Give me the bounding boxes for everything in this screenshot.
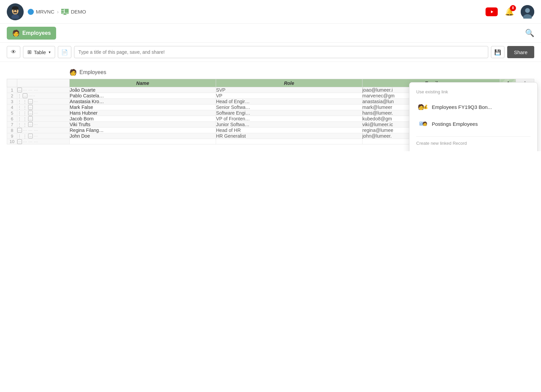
dots-icon: ··· ··· ···	[23, 128, 38, 132]
drag-icon2[interactable]: ⋮	[23, 99, 27, 104]
breadcrumb-separator: ›	[57, 9, 59, 15]
svg-point-20	[525, 8, 530, 13]
youtube-button[interactable]	[486, 7, 498, 16]
employee-name: João Duarte	[70, 87, 216, 93]
employee-name: Pablo Castela…	[70, 93, 216, 99]
collapse-icon[interactable]: —	[17, 128, 22, 133]
collapse-icon[interactable]: —	[28, 105, 33, 110]
employee-name	[70, 139, 216, 144]
notifications-button[interactable]: 🔔 8	[503, 6, 515, 18]
popup-item-candidates[interactable]: 📋 Candidates	[416, 150, 531, 151]
table-view-button[interactable]: ⊞ Table ▾	[23, 46, 55, 58]
svg-point-7	[16, 10, 17, 11]
row-number: 2	[7, 93, 17, 99]
mrvnc-dot	[28, 9, 34, 15]
drag-icon[interactable]: ⋮	[17, 99, 22, 104]
postings-employees-label: Postings Employees	[432, 121, 478, 127]
svg-rect-14	[65, 9, 68, 13]
employee-name: Regina Filang…	[70, 128, 216, 133]
eye-view-button[interactable]: 👁	[7, 46, 20, 58]
dots-icon: ·····	[28, 94, 35, 98]
dots-icon: ··· ··· ···	[23, 140, 38, 144]
row-controls[interactable]: —··· ··· ···	[17, 128, 70, 133]
breadcrumb-mrvnc[interactable]: MRVNC	[28, 9, 54, 15]
row-controls[interactable]: ⋮⋮—···	[17, 122, 70, 128]
save-icon: 💾	[494, 49, 501, 55]
table-icon: ⊞	[27, 49, 32, 55]
drag-icon2[interactable]: ⋮	[23, 122, 27, 127]
dots-icon: ··· ··· ···	[23, 88, 38, 92]
employee-role: VP of Fronten…	[216, 116, 362, 122]
employee-role: Junior Softwa…	[216, 122, 362, 128]
col-header-name: Name	[70, 79, 216, 87]
employees-tab-label: Employees	[22, 30, 51, 36]
row-number: 1	[7, 87, 17, 93]
main-content: 🧑 Employees Name Role Email A + 1—··· ··…	[0, 62, 541, 151]
row-number: 7	[7, 122, 17, 128]
save-button[interactable]: 💾	[491, 46, 504, 58]
employee-role	[216, 139, 362, 144]
drag-icon[interactable]: ⋮	[17, 111, 22, 116]
row-number: 10	[7, 139, 17, 144]
search-button[interactable]: 🔍	[525, 29, 534, 38]
row-controls[interactable]: —··· ··· ···	[17, 139, 70, 144]
user-avatar[interactable]	[521, 5, 534, 19]
mrvnc-label: MRVNC	[36, 9, 54, 15]
collapse-icon[interactable]: —	[28, 111, 33, 115]
collapse-icon[interactable]: —	[23, 93, 27, 98]
svg-rect-16	[63, 15, 67, 15]
table-section-header: 🧑 Employees	[69, 69, 534, 76]
row-number: 8	[7, 128, 17, 133]
employee-name: Jacob Born	[70, 116, 216, 122]
drag-icon[interactable]: ⋮	[17, 134, 22, 139]
breadcrumb-demo[interactable]: DEMO	[61, 9, 86, 15]
dots-icon: ···	[34, 111, 38, 115]
row-number: 4	[7, 105, 17, 110]
drag-icon2[interactable]: ⋮	[23, 111, 27, 116]
top-header: MRVNC › DEMO	[0, 0, 541, 24]
collapse-icon[interactable]: —	[17, 88, 22, 92]
employee-name: Viki Trufts	[70, 122, 216, 128]
col-header-role: Role	[216, 79, 362, 87]
collapse-icon[interactable]: —	[17, 139, 22, 144]
eye-icon: 👁	[11, 49, 16, 55]
employee-role: Head of HR	[216, 128, 362, 133]
collapse-icon[interactable]: —	[28, 122, 33, 127]
svg-point-9	[15, 12, 17, 13]
row-controls[interactable]: ⋮⋮—	[17, 105, 70, 110]
share-button[interactable]: Share	[507, 46, 534, 58]
row-controls[interactable]: ⋮⋮—···	[17, 133, 70, 139]
employee-name: Anastasia Kro…	[70, 99, 216, 105]
chevron-down-icon: ▾	[49, 50, 51, 54]
page-title-input[interactable]	[74, 46, 488, 58]
row-controls[interactable]: ⋮⋮—	[17, 116, 70, 122]
row-controls[interactable]: ⋮⋮—···	[17, 99, 70, 105]
drag-icon[interactable]: ⋮	[17, 105, 22, 110]
popup-item-postings-employees[interactable]: 🖥 🧑 Postings Employees	[416, 115, 531, 132]
report-button[interactable]: 📄	[58, 46, 71, 58]
drag-icon[interactable]: ⋮	[17, 122, 22, 127]
employee-name: John Doe	[70, 133, 216, 139]
drag-icon2[interactable]: ⋮	[23, 105, 27, 110]
employees-tab[interactable]: 🧑 Employees	[7, 27, 56, 40]
drag-icon[interactable]: ⋮	[17, 93, 22, 98]
link-dropdown-popup: Use existing link 🧑 💰 Employees FY19Q3 B…	[409, 82, 538, 151]
employee-role: VP	[216, 93, 362, 99]
row-controls[interactable]: ⋮—·····	[17, 93, 70, 99]
logo-avatar	[7, 3, 24, 20]
existing-link-title: Use existing link	[416, 89, 531, 94]
collapse-icon[interactable]: —	[28, 116, 33, 121]
collapse-icon[interactable]: —	[28, 134, 33, 138]
row-controls[interactable]: ⋮⋮—···	[17, 110, 70, 116]
drag-icon2[interactable]: ⋮	[23, 116, 27, 121]
drag-icon[interactable]: ⋮	[17, 116, 22, 121]
employee-name: Hans Hubner	[70, 110, 216, 116]
collapse-icon[interactable]: —	[28, 99, 33, 104]
header-right: 🔔 8	[486, 5, 534, 19]
employees-tab-bar: 🧑 Employees 🔍	[0, 24, 541, 43]
employee-name: Mark False	[70, 105, 216, 110]
row-controls[interactable]: —··· ··· ···	[17, 87, 70, 93]
row-number: 5	[7, 110, 17, 116]
popup-item-employees-fy19[interactable]: 🧑 💰 Employees FY19Q3 Bon...	[416, 98, 531, 115]
drag-icon2[interactable]: ⋮	[23, 134, 27, 139]
